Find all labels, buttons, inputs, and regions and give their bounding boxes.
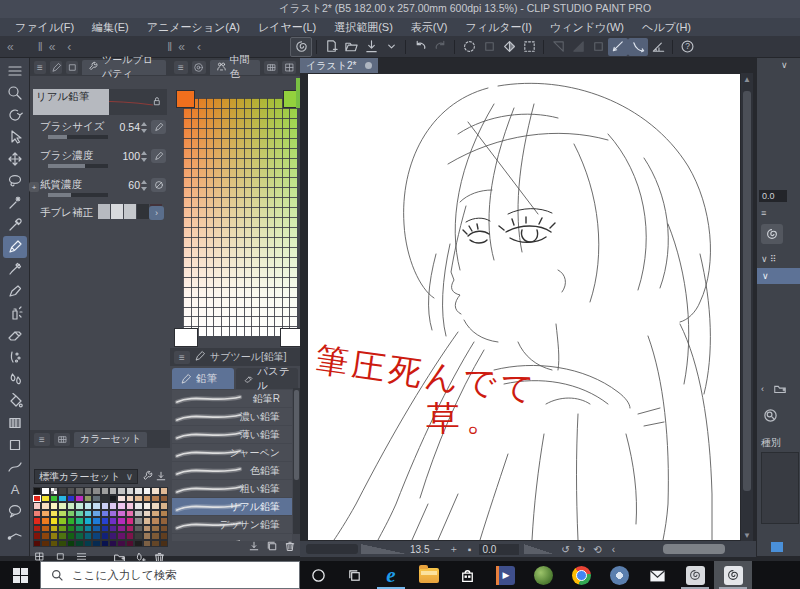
color-swatch[interactable] <box>41 510 49 518</box>
tab-tool-property[interactable]: ツールプロパティ <box>82 60 166 75</box>
palette-menu[interactable] <box>3 60 27 82</box>
color-swatch[interactable] <box>109 487 117 495</box>
color-swatch[interactable] <box>160 510 168 518</box>
balloon-tool[interactable] <box>3 500 27 522</box>
color-swatch[interactable] <box>50 525 58 533</box>
menu-item-2[interactable]: アニメーション(A) <box>138 20 249 35</box>
color-swatch[interactable] <box>117 525 125 533</box>
color-swatch[interactable] <box>101 510 109 518</box>
dock-handle[interactable]: « <box>46 40 59 54</box>
liquify-tool[interactable] <box>3 368 27 390</box>
intermediate-color-grid[interactable] <box>183 98 297 336</box>
color-swatch[interactable] <box>117 510 125 518</box>
color-swatch[interactable] <box>84 525 92 533</box>
corner-color-top-left[interactable] <box>176 90 195 108</box>
new-doc-icon[interactable] <box>321 38 341 56</box>
taskbar-app-microsoft-store[interactable] <box>448 561 486 589</box>
color-swatch[interactable] <box>50 517 58 525</box>
operation-tool[interactable] <box>3 126 27 148</box>
color-swatch[interactable] <box>75 487 83 495</box>
color-swatch[interactable] <box>109 502 117 510</box>
dock-handle[interactable]: ‹ <box>194 40 204 54</box>
color-swatch[interactable] <box>117 540 125 548</box>
color-swatch[interactable] <box>143 517 151 525</box>
color-swatch[interactable] <box>92 532 100 540</box>
subtool-scrollbar[interactable] <box>293 388 300 534</box>
property-slider[interactable] <box>48 135 108 139</box>
subtool-item-5[interactable]: 粗い鉛筆 <box>172 480 292 497</box>
color-swatch[interactable] <box>143 510 151 518</box>
color-swatch[interactable] <box>143 502 151 510</box>
selected-dock-row[interactable]: ∨ <box>757 268 800 284</box>
color-swatch[interactable] <box>101 487 109 495</box>
color-swatch[interactable] <box>41 495 49 503</box>
expand-plus-icon[interactable]: + <box>29 182 39 192</box>
stabilize-level-2[interactable] <box>124 204 136 219</box>
eyedropper-tool[interactable] <box>3 214 27 236</box>
color-swatch[interactable] <box>134 517 142 525</box>
color-swatch[interactable] <box>58 525 66 533</box>
snap2-icon[interactable] <box>628 38 648 56</box>
zoom-out-button[interactable]: − <box>429 542 445 556</box>
taskbar-app-chrome[interactable] <box>562 561 600 589</box>
color-swatch[interactable] <box>126 525 134 533</box>
rotate-tool[interactable] <box>3 104 27 126</box>
tab-color-set[interactable]: カラーセット <box>74 432 147 447</box>
color-swatch[interactable] <box>160 540 168 548</box>
color-swatch[interactable] <box>67 487 75 495</box>
cortana-button[interactable] <box>300 561 336 589</box>
canvas-tab[interactable]: イラスト2* <box>300 58 378 73</box>
task-view-button[interactable] <box>336 561 372 589</box>
color-swatch[interactable] <box>67 525 75 533</box>
chevron-expand-icon[interactable]: ∨ ⠿ <box>761 254 777 264</box>
reset-view-icon[interactable]: ⟲ <box>589 542 605 556</box>
color-swatch[interactable] <box>84 532 92 540</box>
color-swatch[interactable] <box>151 495 159 503</box>
correct-line-tool[interactable] <box>3 522 27 544</box>
taskbar-app-clip-studio-paint[interactable] <box>714 561 752 589</box>
color-swatch[interactable] <box>92 502 100 510</box>
subtool-tab-pencil[interactable]: 鉛筆 <box>172 368 234 389</box>
color-swatch[interactable] <box>151 502 159 510</box>
color-swatch[interactable] <box>84 487 92 495</box>
color-swatch[interactable] <box>50 510 58 518</box>
color-swatch[interactable] <box>109 532 117 540</box>
dash-sq-icon[interactable] <box>519 38 539 56</box>
color-swatch[interactable] <box>109 510 117 518</box>
color-swatch[interactable] <box>109 517 117 525</box>
color-swatch[interactable] <box>143 487 151 495</box>
canvas-vertical-scrollbar[interactable]: ▲▼ <box>741 73 753 541</box>
color-swatch[interactable] <box>58 502 66 510</box>
color-swatch[interactable] <box>67 502 75 510</box>
color-swatch[interactable] <box>33 525 41 533</box>
save-icon[interactable] <box>361 38 381 56</box>
color-swatch[interactable] <box>126 510 134 518</box>
panel-menu-icon[interactable]: ≡ <box>174 61 188 74</box>
fit-button[interactable]: ▪ <box>461 542 477 556</box>
import-icon[interactable] <box>155 470 167 484</box>
color-swatch[interactable] <box>117 517 125 525</box>
import-icon[interactable] <box>248 540 260 554</box>
zoom-slider[interactable] <box>361 544 407 554</box>
color-swatch[interactable] <box>109 540 117 548</box>
invert-icon[interactable] <box>499 38 519 56</box>
color-swatch[interactable] <box>58 532 66 540</box>
color-swatch[interactable] <box>160 502 168 510</box>
color-swatch[interactable] <box>58 495 66 503</box>
color-swatch[interactable] <box>117 502 125 510</box>
brush-tool[interactable] <box>3 280 27 302</box>
property-value[interactable]: 0.54 <box>120 121 140 133</box>
rotation-slider[interactable] <box>524 544 554 554</box>
auto-select-tool[interactable] <box>3 192 27 214</box>
pen-pressure-button[interactable] <box>151 120 166 134</box>
taskbar-app-disc-app[interactable] <box>600 561 638 589</box>
stabilize-level-0[interactable] <box>98 204 110 219</box>
pen-tool[interactable] <box>3 258 27 280</box>
canvas-document[interactable]: 筆圧死んでて 草。 <box>308 74 740 540</box>
trash-icon[interactable] <box>284 540 296 554</box>
rotate-ccw-icon[interactable]: ↺ <box>557 542 573 556</box>
color-swatch[interactable] <box>67 517 75 525</box>
prev-view-icon[interactable]: ‹ <box>605 542 621 556</box>
color-swatch[interactable] <box>84 540 92 548</box>
taskbar-search-box[interactable]: ここに入力して検索 <box>40 561 300 589</box>
